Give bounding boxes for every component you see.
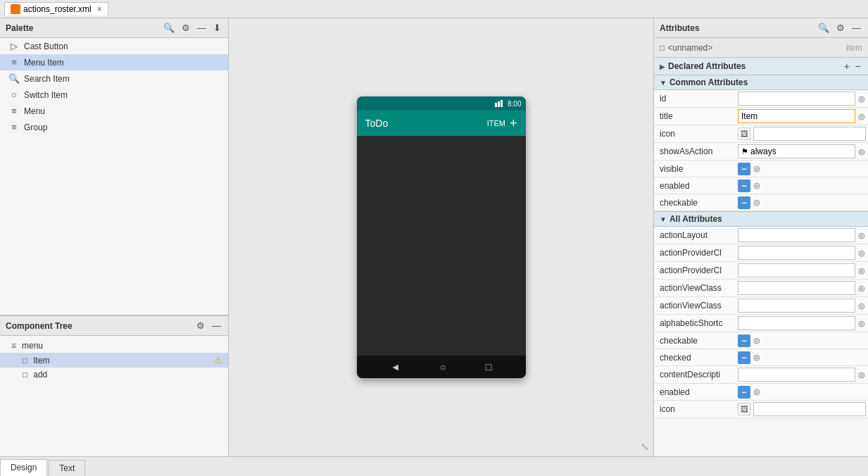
attr-flag-title[interactable]: ◎ <box>857 112 867 121</box>
attr-input-action-layout[interactable] <box>738 228 855 242</box>
palette-item-cast-button[interactable]: ▷ Cast Button <box>0 38 228 54</box>
tree-item-menu[interactable]: ≡ menu <box>0 339 228 353</box>
tree-item-item[interactable]: □ Item ⚠ <box>0 353 228 368</box>
tree-item-add[interactable]: □ add <box>0 368 228 382</box>
checkable-indicator[interactable]: − <box>738 196 750 209</box>
enabled-indicator[interactable]: − <box>738 180 750 192</box>
attr-flag-alphabetic-shortc[interactable]: ◎ <box>857 319 867 328</box>
attr-input-action-view-class-2[interactable] <box>738 299 855 313</box>
phone-nav-home[interactable]: ○ <box>440 361 446 372</box>
palette-minimize-icon[interactable]: — <box>196 22 208 34</box>
attributes-header: Attributes 🔍 ⚙ — <box>654 18 868 38</box>
left-panel: Palette 🔍 ⚙ — ⬇ ▷ Cast Button ≡ Menu Ite… <box>0 18 229 456</box>
svg-rect-1 <box>498 101 500 107</box>
attr-flag-checkable[interactable]: ◎ <box>752 198 762 207</box>
attr-row-action-layout: actionLayout ◎ <box>654 227 868 244</box>
attr-input-action-view-class-1[interactable] <box>738 281 855 295</box>
checked-indicator[interactable]: − <box>738 351 750 364</box>
attr-row-checked: checked − ◎ <box>654 349 868 366</box>
tab-design[interactable]: Design <box>0 459 47 476</box>
attr-name-visible: visible <box>654 162 735 176</box>
wifi-icon <box>495 100 505 107</box>
switch-item-icon: ○ <box>8 89 20 100</box>
attr-value-checkable: − ◎ <box>735 195 868 211</box>
flag-icon: ⚑ <box>741 147 748 156</box>
attr-input-alphabetic-shortc[interactable] <box>738 316 855 330</box>
attr-name-id: id <box>654 92 735 106</box>
component-tree-minimize-icon[interactable]: — <box>210 320 222 332</box>
attr-input-content-descripti[interactable] <box>738 368 855 382</box>
attr-flag-enabled[interactable]: ◎ <box>752 181 762 190</box>
attr-flag-action-provider-2[interactable]: ◎ <box>857 266 867 275</box>
attr-value-title: ◎ <box>735 108 868 125</box>
file-icon <box>11 4 20 14</box>
attr-name-action-view-class-2: actionViewClass <box>654 299 735 313</box>
icon-image-preview: 🖼 <box>738 127 750 140</box>
palette-settings-icon[interactable]: ⚙ <box>180 22 191 34</box>
attr-flag-action-view-2[interactable]: ◎ <box>857 301 867 311</box>
attr-input-action-provider-cl-1[interactable] <box>738 246 855 260</box>
palette-search-icon[interactable]: 🔍 <box>162 22 176 34</box>
component-tree-section: Component Tree ⚙ — ≡ menu □ Item ⚠ <box>0 315 228 456</box>
palette-item-menu[interactable]: ≡ Menu <box>0 103 228 119</box>
attr-flag-show-as-action[interactable]: ◎ <box>857 147 867 156</box>
declared-attributes-header[interactable]: ▶ Declared Attributes + − <box>654 58 868 75</box>
attr-name-icon: icon <box>654 127 735 141</box>
attr-flag-content-descripti[interactable]: ◎ <box>857 370 867 380</box>
attr-flag-action-provider-1[interactable]: ◎ <box>857 249 867 258</box>
phone-status-bar: 8:00 <box>357 96 526 111</box>
attr-name-alphabetic-shortc: alphabeticShortc <box>654 316 735 330</box>
all-icon-image-preview: 🖼 <box>738 403 750 415</box>
tab-text[interactable]: Text <box>49 460 85 476</box>
palette-item-switch-item[interactable]: ○ Switch Item <box>0 87 228 103</box>
attr-value-show-as-action: ⚑ always ◎ <box>735 143 868 160</box>
file-tab[interactable]: actions_roster.xml × <box>4 2 108 15</box>
declared-add-btn[interactable]: + <box>843 61 851 72</box>
svg-rect-2 <box>501 100 503 107</box>
palette-item-group[interactable]: ≡ Group <box>0 119 228 135</box>
phone-nav-bar: ◄ ○ □ <box>357 356 526 378</box>
attr-input-action-provider-cl-2[interactable] <box>738 263 855 277</box>
all-attributes-header[interactable]: ▼ All Attributes <box>654 211 868 227</box>
palette-item-label: Cast Button <box>24 42 68 51</box>
attr-row-all-checkable: checkable − ◎ <box>654 332 868 349</box>
attr-input-icon[interactable] <box>753 127 866 141</box>
attr-input-id[interactable] <box>738 92 855 106</box>
palette-item-menu-item[interactable]: ≡ Menu Item <box>0 54 228 70</box>
attr-input-all-icon[interactable] <box>753 402 866 416</box>
common-attributes-header[interactable]: ▼ Common Attributes <box>654 75 868 90</box>
all-enabled-indicator[interactable]: − <box>738 386 750 399</box>
attr-row-show-as-action: showAsAction ⚑ always ◎ <box>654 143 868 161</box>
phone-toolbar-plus: + <box>510 116 517 131</box>
attr-flag-all-enabled[interactable]: ◎ <box>752 387 762 396</box>
component-tree-settings-icon[interactable]: ⚙ <box>195 320 206 332</box>
attr-breadcrumb: □ <unnamed> item <box>654 38 868 58</box>
attr-input-title[interactable] <box>738 109 855 123</box>
attr-flag-checked[interactable]: ◎ <box>752 353 762 362</box>
attr-name-show-as-action: showAsAction <box>654 144 735 158</box>
palette-header: Palette 🔍 ⚙ — ⬇ <box>0 18 228 38</box>
phone-nav-back[interactable]: ◄ <box>391 361 401 372</box>
attr-flag-id[interactable]: ◎ <box>857 94 867 104</box>
attributes-settings-icon[interactable]: ⚙ <box>835 22 846 34</box>
declared-remove-btn[interactable]: − <box>854 61 862 72</box>
attr-flag-visible[interactable]: ◎ <box>752 164 762 173</box>
all-checkable-indicator[interactable]: − <box>738 334 750 347</box>
attr-name-action-provider-cl-1: actionProviderCl <box>654 246 735 260</box>
palette-download-icon[interactable]: ⬇ <box>212 22 222 34</box>
tree-item-label: menu <box>22 341 43 351</box>
attributes-minimize-icon[interactable]: — <box>850 22 862 34</box>
attr-flag-all-checkable[interactable]: ◎ <box>752 336 762 345</box>
phone-nav-recent[interactable]: □ <box>486 361 491 372</box>
palette-item-search-item[interactable]: 🔍 Search Item <box>0 70 228 87</box>
svg-rect-0 <box>495 103 497 107</box>
attr-row-alphabetic-shortc: alphabeticShortc ◎ <box>654 315 868 332</box>
attributes-search-icon[interactable]: 🔍 <box>817 22 831 34</box>
tab-close-button[interactable]: × <box>97 4 102 14</box>
resize-handle[interactable]: ⤡ <box>641 441 649 452</box>
attr-value-icon: 🖼 ◎ <box>735 125 868 142</box>
phone-toolbar-title: ToDo <box>365 118 487 129</box>
visible-indicator[interactable]: − <box>738 163 750 175</box>
attr-flag-action-layout[interactable]: ◎ <box>857 231 867 240</box>
attr-flag-action-view-1[interactable]: ◎ <box>857 284 867 293</box>
